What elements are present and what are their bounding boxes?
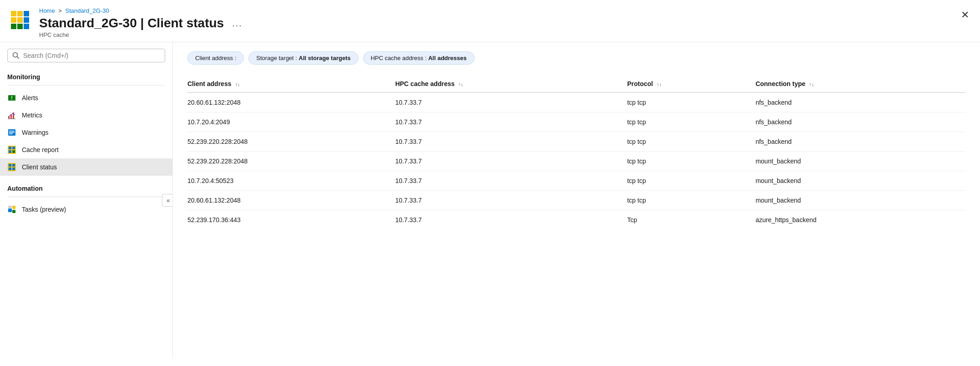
cell-hpc-cache-address: 10.7.33.7: [395, 210, 627, 230]
monitoring-divider: [7, 85, 165, 86]
cell-hpc-cache-address: 10.7.33.7: [395, 112, 627, 132]
cell-connection-type: azure_https_backend: [756, 210, 965, 230]
cell-client-address: 52.239.220.228:2048: [187, 132, 395, 152]
svg-rect-26: [8, 206, 12, 208]
sidebar-item-tasks-label: Tasks (preview): [22, 206, 66, 213]
monitoring-section-header: Monitoring: [0, 70, 172, 83]
sidebar-item-warnings-label: Warnings: [22, 129, 49, 136]
hpc-cache-icon: [11, 9, 33, 31]
cell-protocol: tcp tcp: [627, 112, 755, 132]
filter-hpc-cache-address[interactable]: HPC cache address : All addresses: [363, 51, 475, 65]
cell-hpc-cache-address: 10.7.33.7: [395, 171, 627, 191]
svg-rect-22: [12, 168, 15, 170]
svg-rect-25: [12, 210, 15, 213]
search-input[interactable]: [23, 52, 160, 59]
col-connection-type-label: Connection type: [756, 80, 806, 87]
col-hpc-cache-address-sort-icon: ↑↓: [458, 81, 463, 87]
filter-storage-target-label: Storage target :: [256, 55, 298, 61]
automation-section-header: Automation: [0, 181, 172, 195]
cell-protocol: tcp tcp: [627, 191, 755, 210]
sidebar-item-client-status-label: Client status: [22, 163, 57, 171]
cell-hpc-cache-address: 10.7.33.7: [395, 152, 627, 171]
col-protocol-sort-icon: ↑↓: [657, 81, 662, 87]
col-connection-type[interactable]: Connection type ↑↓: [756, 76, 965, 92]
svg-rect-19: [9, 164, 11, 167]
breadcrumb-separator: >: [58, 7, 62, 14]
filter-storage-target[interactable]: Storage target : All storage targets: [248, 51, 358, 65]
cell-client-address: 10.7.20.4:2049: [187, 112, 395, 132]
table-header-row: Client address ↑↓ HPC cache address ↑↓ P…: [187, 76, 965, 92]
svg-rect-24: [12, 206, 15, 209]
header-text: Home > Standard_2G-30 Standard_2G-30 | C…: [39, 7, 969, 38]
cache-report-icon: [7, 145, 16, 154]
sidebar-item-cache-report[interactable]: Cache report: [0, 141, 172, 158]
cell-client-address: 10.7.20.4:50523: [187, 171, 395, 191]
cell-connection-type: nfs_backend: [756, 132, 965, 152]
col-client-address-label: Client address: [187, 80, 231, 87]
sidebar-item-client-status[interactable]: Client status: [0, 158, 172, 176]
svg-rect-14: [9, 147, 11, 149]
filter-hpc-cache-address-value: All addresses: [428, 55, 467, 61]
cell-connection-type: mount_backend: [756, 191, 965, 210]
svg-rect-17: [12, 150, 15, 153]
table-row: 10.7.20.4:204910.7.33.7tcp tcpnfs_backen…: [187, 112, 965, 132]
table-row: 20.60.61.132:204810.7.33.7tcp tcpnfs_bac…: [187, 92, 965, 112]
search-box[interactable]: [7, 49, 165, 62]
sidebar-item-alerts-label: Alerts: [22, 94, 38, 102]
sidebar-item-alerts[interactable]: ! Alerts: [0, 89, 172, 107]
svg-text:!: !: [11, 96, 12, 101]
sidebar: « Monitoring ! Alerts Metrics: [0, 42, 173, 358]
page-subtitle: HPC cache: [39, 31, 969, 38]
cell-protocol: Tcp: [627, 210, 755, 230]
filter-storage-target-value: All storage targets: [299, 55, 351, 61]
cell-protocol: tcp tcp: [627, 171, 755, 191]
filter-client-address[interactable]: Client address :: [187, 51, 244, 65]
sidebar-collapse-button[interactable]: «: [162, 194, 173, 207]
content-area: Client address : Storage target : All st…: [173, 42, 980, 358]
more-options-button[interactable]: ...: [228, 17, 246, 30]
svg-rect-15: [12, 147, 15, 149]
filter-client-address-label: Client address :: [195, 55, 236, 61]
filter-bar: Client address : Storage target : All st…: [187, 51, 965, 65]
cell-protocol: tcp tcp: [627, 132, 755, 152]
cell-protocol: tcp tcp: [627, 92, 755, 112]
close-button[interactable]: ✕: [961, 9, 969, 21]
sidebar-item-metrics-label: Metrics: [22, 112, 42, 119]
col-hpc-cache-address-label: HPC cache address: [395, 80, 455, 87]
header: Home > Standard_2G-30 Standard_2G-30 | C…: [0, 0, 980, 42]
alerts-icon: !: [7, 93, 16, 102]
svg-rect-16: [9, 150, 11, 153]
cell-hpc-cache-address: 10.7.33.7: [395, 92, 627, 112]
breadcrumb: Home > Standard_2G-30: [39, 7, 969, 14]
cell-client-address: 52.239.170.36:443: [187, 210, 395, 230]
automation-divider: [7, 197, 165, 197]
client-status-icon: [7, 163, 16, 172]
metrics-icon: [7, 111, 16, 120]
breadcrumb-home[interactable]: Home: [39, 7, 55, 14]
sidebar-item-cache-report-label: Cache report: [22, 146, 59, 153]
table-row: 52.239.170.36:44310.7.33.7Tcpazure_https…: [187, 210, 965, 230]
search-icon: [12, 52, 20, 59]
cell-client-address: 20.60.61.132:2048: [187, 92, 395, 112]
svg-rect-21: [9, 168, 11, 170]
cell-connection-type: nfs_backend: [756, 92, 965, 112]
breadcrumb-current[interactable]: Standard_2G-30: [66, 7, 109, 14]
sidebar-item-metrics[interactable]: Metrics: [0, 107, 172, 124]
col-protocol[interactable]: Protocol ↑↓: [627, 76, 755, 92]
cell-connection-type: mount_backend: [756, 171, 965, 191]
sidebar-item-tasks[interactable]: Tasks (preview): [0, 201, 172, 218]
cell-client-address: 52.239.220.228:2048: [187, 152, 395, 171]
table-row: 20.60.61.132:204810.7.33.7tcp tcpmount_b…: [187, 191, 965, 210]
svg-rect-20: [12, 164, 15, 167]
cell-connection-type: mount_backend: [756, 152, 965, 171]
col-hpc-cache-address[interactable]: HPC cache address ↑↓: [395, 76, 627, 92]
cell-client-address: 20.60.61.132:2048: [187, 191, 395, 210]
col-client-address[interactable]: Client address ↑↓: [187, 76, 395, 92]
sidebar-item-warnings[interactable]: Warnings: [0, 124, 172, 141]
table-row: 10.7.20.4:5052310.7.33.7tcp tcpmount_bac…: [187, 171, 965, 191]
col-connection-type-sort-icon: ↑↓: [809, 81, 814, 87]
warnings-icon: [7, 128, 16, 137]
cell-hpc-cache-address: 10.7.33.7: [395, 191, 627, 210]
tasks-icon: [7, 205, 16, 214]
col-client-address-sort-icon: ↑↓: [235, 81, 240, 87]
